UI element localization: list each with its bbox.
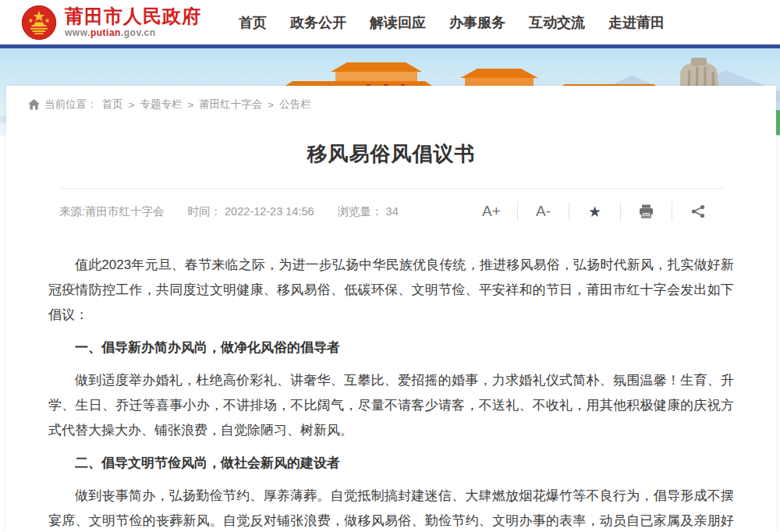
share-button[interactable]	[672, 202, 723, 221]
breadcrumb-item-home[interactable]: 首页	[102, 98, 123, 112]
site-title: 莆田市人民政府	[65, 6, 201, 27]
print-button[interactable]	[620, 202, 672, 221]
title-divider	[59, 188, 723, 189]
page: { "header": { "site_name": "莆田市人民政府", "u…	[0, 0, 780, 532]
nav-item-about-putian[interactable]: 走进莆田	[608, 13, 665, 32]
breadcrumb-item-special-columns[interactable]: 专题专栏	[140, 98, 182, 112]
body-paragraph: 做到适度举办婚礼，杜绝高价彩礼、讲奢华、互攀比、爱招摇的婚事，力求婚礼仪式简朴、…	[48, 368, 734, 443]
font-decrease-button[interactable]: A-	[517, 202, 569, 221]
article-body: 值此2023年元旦、春节来临之际，为进一步弘扬中华民族优良传统，推进移风易俗，弘…	[48, 253, 734, 532]
national-emblem-icon	[21, 5, 57, 41]
favorite-button[interactable]: ★	[569, 202, 620, 221]
article-meta-row: 来源:莆田市红十字会 时间： 2022-12-23 14:56 浏览量： 34 …	[48, 201, 734, 222]
nav-item-interpretation[interactable]: 解读回应	[370, 13, 426, 32]
breadcrumb: 当前位置： 首页 > 专题专栏 > 莆田红十字会 > 公告栏	[6, 86, 776, 112]
site-url-www: www.	[65, 27, 90, 38]
meta-time: 时间： 2022-12-23 14:56	[188, 204, 314, 219]
breadcrumb-prefix: 当前位置：	[44, 98, 98, 112]
article: 移风易俗风倡议书 来源:莆田市红十字会 时间： 2022-12-23 14:56…	[6, 140, 776, 532]
site-url: www.putian.gov.cn	[65, 27, 201, 38]
nav-item-home[interactable]: 首页	[239, 13, 267, 32]
breadcrumb-item-red-cross[interactable]: 莆田红十字会	[199, 98, 262, 112]
breadcrumb-separator: >	[268, 99, 274, 111]
meta-source: 来源:莆田市红十字会	[59, 204, 165, 219]
nav-item-gov-affairs[interactable]: 政务公开	[290, 13, 346, 32]
body-paragraph: 做到丧事简办，弘扬勤俭节约、厚养薄葬。自觉抵制搞封建迷信、大肆燃放烟花爆竹等不良…	[48, 484, 734, 532]
body-paragraph: 值此2023年元旦、春节来临之际，为进一步弘扬中华民族优良传统，推进移风易俗，弘…	[48, 253, 734, 328]
breadcrumb-separator: >	[129, 99, 135, 111]
font-increase-button[interactable]: A+	[466, 202, 517, 221]
breadcrumb-separator: >	[187, 99, 193, 111]
breadcrumb-item-bulletin[interactable]: 公告栏	[279, 98, 311, 112]
site-identity: 莆田市人民政府 www.putian.gov.cn	[65, 6, 201, 37]
page-title: 移风易俗风倡议书	[48, 140, 734, 168]
article-meta: 来源:莆田市红十字会 时间： 2022-12-23 14:56 浏览量： 34	[59, 204, 399, 219]
home-icon	[28, 99, 40, 110]
site-url-domain: putian	[90, 27, 121, 38]
star-icon: ★	[588, 204, 601, 219]
site-header: 莆田市人民政府 www.putian.gov.cn 首页 政务公开 解读回应 办…	[0, 0, 780, 44]
body-section-heading-2: 二、倡导文明节俭风尚，做社会新风的建设者	[48, 451, 734, 476]
header-divider-bar	[0, 44, 780, 48]
nav-item-services[interactable]: 办事服务	[449, 13, 505, 32]
nav-item-interaction[interactable]: 互动交流	[529, 13, 585, 32]
printer-icon	[639, 204, 654, 218]
site-logo[interactable]: 莆田市人民政府 www.putian.gov.cn	[21, 5, 201, 41]
site-url-suffix: .gov.cn	[121, 27, 156, 38]
article-toolbar: A+ A- ★	[466, 202, 723, 221]
share-icon	[691, 204, 705, 218]
content-panel: 当前位置： 首页 > 专题专栏 > 莆田红十字会 > 公告栏 移风易俗风倡议书 …	[6, 86, 776, 532]
meta-views: 浏览量： 34	[338, 204, 399, 219]
main-navigation: 首页 政务公开 解读回应 办事服务 互动交流 走进莆田	[239, 13, 665, 32]
body-section-heading-1: 一、倡导新办简办风尚，做净化风俗的倡导者	[48, 335, 734, 360]
